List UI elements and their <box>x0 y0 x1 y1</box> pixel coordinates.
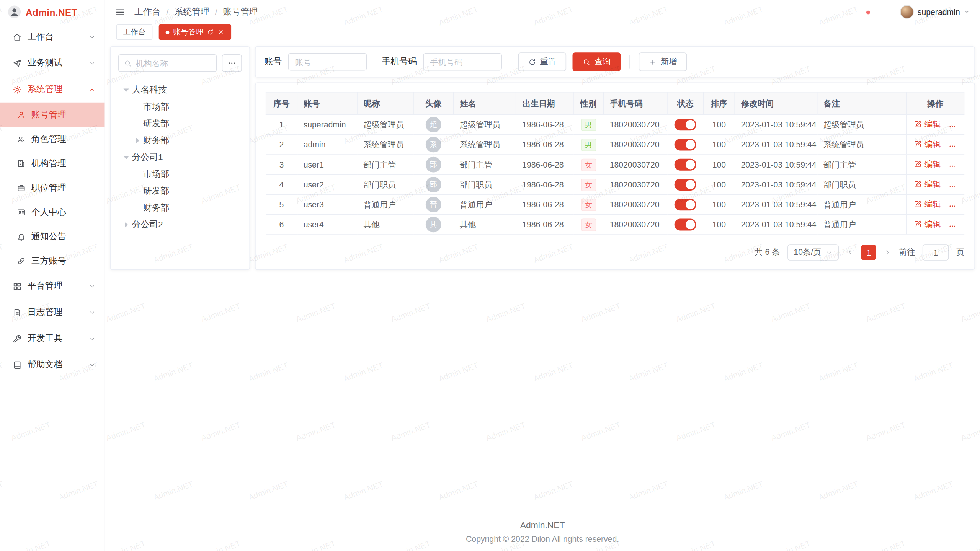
caret-down-icon[interactable] <box>121 84 132 95</box>
edit-button[interactable]: 编辑 <box>914 119 941 130</box>
sidebar-item-account-management[interactable]: 账号管理 <box>0 103 105 127</box>
tree-node[interactable]: 研发部 <box>118 183 242 199</box>
tree-node[interactable]: 财务部 <box>118 132 242 148</box>
caret-right-icon[interactable] <box>132 135 143 146</box>
sidebar-item-business-test[interactable]: 业务测试 <box>0 50 105 77</box>
reset-button[interactable]: 重置 <box>518 52 566 71</box>
caret-down-icon[interactable] <box>121 152 132 163</box>
tree-node[interactable]: 市场部 <box>118 166 242 183</box>
tree-more-button[interactable] <box>222 54 242 72</box>
search-label: 查询 <box>595 56 611 67</box>
row-more-button[interactable] <box>948 162 957 171</box>
building-icon <box>17 159 26 168</box>
edit-button[interactable]: 编辑 <box>914 179 941 190</box>
sidebar-item-workbench[interactable]: 工作台 <box>0 24 105 50</box>
search-button[interactable]: 查询 <box>573 52 621 71</box>
sidebar-item-system-management[interactable]: 系统管理 <box>0 76 105 103</box>
row-more-button[interactable] <box>948 142 957 151</box>
tree-node-label: 市场部 <box>143 101 170 112</box>
row-more-button[interactable] <box>948 202 957 210</box>
cell-modified: 2023-01-03 10:59:44 <box>735 115 817 135</box>
edit-button[interactable]: 编辑 <box>914 199 941 210</box>
edit-label: 编辑 <box>924 199 941 210</box>
cell-phone: 18020030720 <box>603 215 667 235</box>
edit-button[interactable]: 编辑 <box>914 159 941 170</box>
refresh-icon <box>528 58 536 66</box>
row-more-button[interactable] <box>948 122 957 130</box>
logo[interactable]: Admin.NET <box>0 0 105 24</box>
add-button[interactable]: 新增 <box>639 52 687 71</box>
sidebar-item-log-management[interactable]: 日志管理 <box>0 299 105 326</box>
status-toggle[interactable] <box>675 159 696 171</box>
tree-node[interactable]: 分公司1 <box>118 149 242 166</box>
row-more-button[interactable] <box>948 182 957 191</box>
breadcrumb-item[interactable]: 系统管理 <box>174 6 209 17</box>
page-size-select[interactable]: 10条/页 <box>787 244 839 260</box>
cell-index: 1 <box>266 115 297 135</box>
view-tab[interactable]: 工作台 <box>116 24 153 40</box>
status-toggle[interactable] <box>675 139 696 150</box>
content: 大名科技市场部研发部财务部分公司1市场部研发部财务部分公司2 账号 手机号码 重… <box>105 41 980 275</box>
row-more-button[interactable] <box>948 222 957 231</box>
sidebar-item-position-management[interactable]: 职位管理 <box>0 176 105 200</box>
page-number-current[interactable]: 1 <box>861 245 876 260</box>
tree-node[interactable]: 财务部 <box>118 199 242 216</box>
org-search-input[interactable] <box>136 59 211 68</box>
cell-gender: 女 <box>573 215 603 235</box>
view-tab[interactable]: 账号管理 <box>159 24 231 40</box>
caret-right-icon[interactable] <box>121 219 132 230</box>
refresh-icon[interactable] <box>207 29 214 36</box>
breadcrumb-item[interactable]: 工作台 <box>134 6 161 17</box>
cell-avatar: 超 <box>413 115 453 135</box>
sidebar-item-label: 三方账号 <box>31 255 66 266</box>
menu-toggle-icon[interactable] <box>115 7 126 17</box>
avatar: 部 <box>426 157 441 173</box>
home-icon <box>13 32 22 41</box>
sidebar-item-help-docs[interactable]: 帮助文档 <box>0 352 105 378</box>
status-toggle[interactable] <box>675 218 696 230</box>
cell-nickname: 部门职员 <box>357 174 413 194</box>
tree-node[interactable]: 研发部 <box>118 115 242 132</box>
cell-status <box>667 195 704 215</box>
sidebar-item-third-party-account[interactable]: 三方账号 <box>0 249 105 273</box>
sidebar-item-role-management[interactable]: 角色管理 <box>0 127 105 151</box>
chevron-down-icon <box>89 335 96 342</box>
column-header: 手机号码 <box>603 92 667 115</box>
sidebar-item-org-management[interactable]: 机构管理 <box>0 151 105 176</box>
close-icon[interactable] <box>217 29 224 36</box>
sidebar-item-personal-center[interactable]: 个人中心 <box>0 200 105 224</box>
edit-icon <box>914 120 922 128</box>
tree-node[interactable]: 大名科技 <box>118 81 242 98</box>
cell-avatar: 普 <box>413 195 453 215</box>
goto-label: 前往 <box>899 247 915 258</box>
gender-tag: 女 <box>581 178 596 191</box>
status-toggle[interactable] <box>675 179 696 191</box>
book-icon <box>13 360 22 369</box>
cell-index: 3 <box>266 155 297 174</box>
status-toggle[interactable] <box>675 199 696 210</box>
edit-button[interactable]: 编辑 <box>914 139 941 150</box>
prev-page-button[interactable] <box>846 249 854 256</box>
tree-node[interactable]: 分公司2 <box>118 216 242 233</box>
cell-sort: 100 <box>704 174 735 194</box>
account-input[interactable] <box>288 53 367 71</box>
user-menu[interactable]: superadmin <box>900 5 970 19</box>
phone-input[interactable] <box>423 53 502 71</box>
cell-birth: 1986-06-28 <box>516 195 573 215</box>
cell-account: superadmin <box>297 115 357 135</box>
status-toggle[interactable] <box>675 119 696 130</box>
tree-node-label: 大名科技 <box>132 84 167 95</box>
cell-actions: 编辑 <box>906 135 964 155</box>
goto-page-input[interactable] <box>923 244 949 260</box>
edit-button[interactable]: 编辑 <box>914 218 941 230</box>
sidebar-item-dev-tools[interactable]: 开发工具 <box>0 326 105 352</box>
footer-copyright: Copyright © 2022 Dilon All rights reserv… <box>105 534 980 543</box>
cell-gender: 女 <box>573 195 603 215</box>
cell-name: 超级管理员 <box>453 115 516 135</box>
tree-node[interactable]: 市场部 <box>118 98 242 115</box>
cell-phone: 18020030720 <box>603 155 667 174</box>
sidebar-item-notice-announcement[interactable]: 通知公告 <box>0 224 105 249</box>
next-page-button[interactable] <box>884 249 892 256</box>
cell-gender: 男 <box>573 135 603 155</box>
sidebar-item-platform-management[interactable]: 平台管理 <box>0 273 105 299</box>
